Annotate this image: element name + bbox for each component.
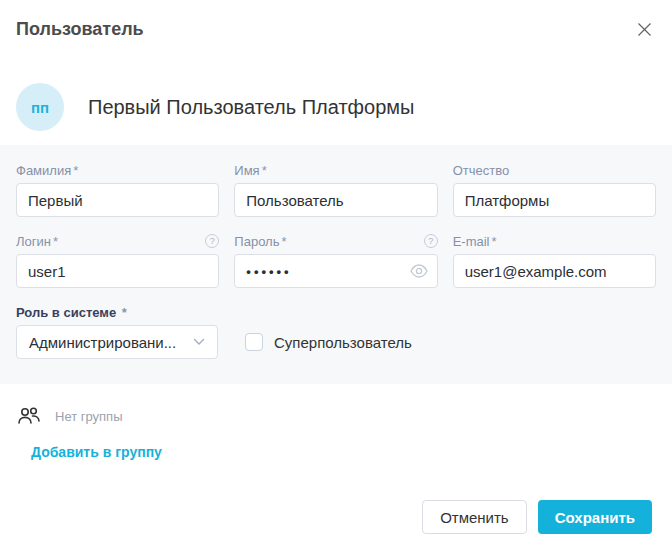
chevron-down-icon [193, 338, 205, 346]
field-middle-name: Отчество [453, 162, 656, 217]
form-section: Фамилия* Имя* Отчество Логин* ? [0, 145, 672, 384]
login-label: Логин* [16, 234, 58, 249]
middle-name-input[interactable] [453, 183, 656, 217]
role-selected-value: Администрировани... [29, 334, 176, 351]
middle-name-label: Отчество [453, 163, 510, 178]
superuser-checkbox-row[interactable]: Суперпользователь [245, 333, 412, 351]
help-icon[interactable]: ? [205, 234, 219, 248]
cancel-button[interactable]: Отменить [422, 500, 527, 534]
profile-row: пп Первый Пользователь Платформы [0, 83, 672, 131]
last-name-input[interactable] [16, 183, 219, 217]
help-icon[interactable]: ? [424, 234, 438, 248]
field-email: E-mail* [453, 233, 656, 288]
field-login: Логин* ? [16, 233, 219, 288]
dialog-footer: Отменить Сохранить [422, 500, 652, 534]
user-dialog: Пользователь пп Первый Пользователь Плат… [0, 0, 672, 555]
first-name-input[interactable] [234, 183, 437, 217]
last-name-label: Фамилия* [16, 163, 78, 178]
field-role: Роль в системе * Администрировани... [16, 304, 218, 359]
field-last-name: Фамилия* [16, 162, 219, 217]
required-asterisk: * [122, 305, 127, 320]
email-input[interactable] [453, 254, 656, 288]
save-button[interactable]: Сохранить [538, 500, 652, 534]
required-asterisk: * [281, 234, 286, 249]
required-asterisk: * [262, 163, 267, 178]
required-asterisk: * [53, 234, 58, 249]
eye-icon[interactable] [410, 264, 428, 278]
field-password: Пароль* ? [234, 233, 437, 288]
add-to-group-link[interactable]: Добавить в группу [31, 444, 162, 460]
field-first-name: Имя* [234, 162, 437, 217]
required-asterisk: * [492, 234, 497, 249]
role-row: Роль в системе * Администрировани... Суп… [16, 304, 656, 359]
dialog-title: Пользователь [16, 19, 144, 40]
full-name: Первый Пользователь Платформы [88, 96, 414, 119]
group-empty-text: Нет группы [55, 409, 123, 424]
email-label: E-mail* [453, 234, 497, 249]
superuser-label: Суперпользователь [274, 334, 412, 351]
first-name-label: Имя* [234, 163, 266, 178]
close-icon[interactable] [637, 22, 652, 37]
password-input[interactable] [234, 254, 437, 288]
dialog-header: Пользователь [0, 0, 672, 40]
users-group-icon [16, 404, 42, 428]
password-label: Пароль* [234, 234, 286, 249]
superuser-checkbox[interactable] [245, 333, 263, 351]
group-row: Нет группы [16, 404, 656, 428]
role-label: Роль в системе * [16, 305, 127, 320]
groups-section: Нет группы Добавить в группу [0, 384, 672, 461]
required-asterisk: * [73, 163, 78, 178]
role-select[interactable]: Администрировани... [16, 325, 218, 359]
login-input[interactable] [16, 254, 219, 288]
avatar: пп [16, 83, 64, 131]
